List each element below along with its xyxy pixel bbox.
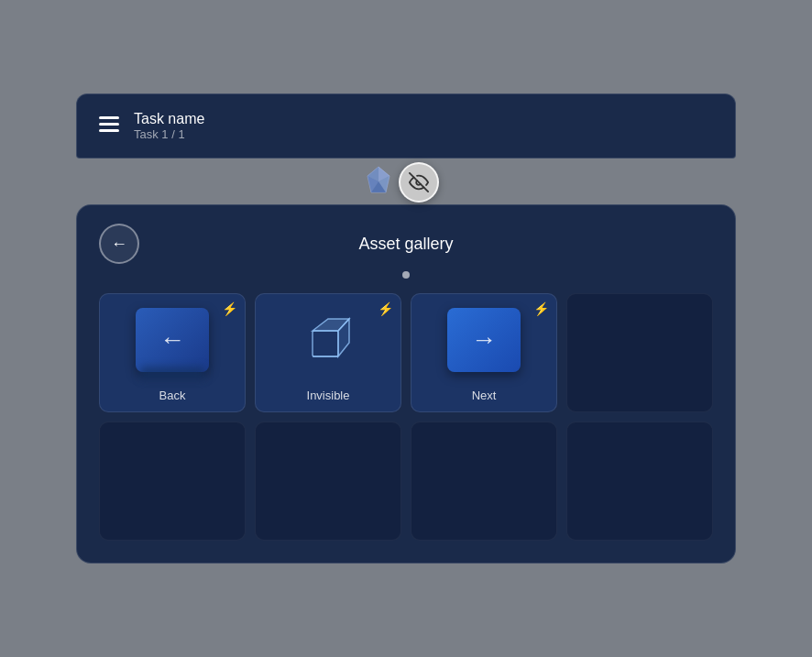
gallery-title: Asset gallery: [358, 235, 453, 254]
connector-area: [76, 159, 736, 204]
svg-rect-1: [99, 123, 119, 126]
asset-empty-cell-2: [99, 422, 246, 541]
cube-wireframe-icon: [296, 308, 360, 372]
gallery-panel: ← Asset gallery ⚡ ← Back ⚡: [76, 204, 736, 564]
dot-indicator: [99, 271, 713, 279]
asset-empty-cell-5: [566, 422, 713, 541]
svg-rect-2: [99, 129, 119, 132]
svg-rect-0: [99, 116, 119, 119]
next-label: Next: [472, 389, 497, 402]
lightning-badge-invisible: ⚡: [378, 301, 393, 316]
task-subtitle-label: Task 1 / 1: [134, 127, 204, 141]
lightning-badge-back: ⚡: [222, 301, 237, 316]
back-card-shape: ←: [136, 308, 209, 372]
asset-next-cell[interactable]: ⚡ → Next: [411, 293, 557, 412]
main-container: Task name Task 1 / 1: [76, 93, 736, 564]
asset-empty-cell-4: [411, 422, 557, 541]
invisible-label: Invisible: [307, 389, 350, 402]
asset-grid-row1: ⚡ ← Back ⚡: [99, 293, 713, 412]
eye-slash-icon: [409, 172, 429, 192]
gem-icon: [362, 165, 395, 198]
gallery-back-button[interactable]: ←: [99, 224, 139, 264]
asset-invisible-cell[interactable]: ⚡ Invisible: [255, 293, 401, 412]
asset-empty-cell-1: [566, 293, 713, 412]
svg-rect-10: [313, 331, 338, 356]
eye-toggle-button[interactable]: [399, 162, 439, 203]
lightning-badge-next: ⚡: [533, 301, 549, 316]
back-arrow-icon: ←: [111, 235, 127, 254]
task-info: Task name Task 1 / 1: [134, 111, 204, 141]
asset-grid-row2: [99, 422, 713, 541]
menu-icon[interactable]: [99, 116, 119, 136]
back-label: Back: [159, 389, 186, 402]
next-card-arrow: →: [471, 327, 497, 353]
task-bar: Task name Task 1 / 1: [76, 93, 736, 159]
page-dot: [402, 271, 410, 279]
next-card-shape: →: [447, 308, 521, 372]
gallery-header: ← Asset gallery: [99, 224, 713, 264]
back-card-arrow: ←: [159, 327, 185, 353]
asset-empty-cell-3: [255, 422, 401, 541]
task-name-label: Task name: [134, 111, 204, 127]
asset-back-cell[interactable]: ⚡ ← Back: [99, 293, 246, 412]
